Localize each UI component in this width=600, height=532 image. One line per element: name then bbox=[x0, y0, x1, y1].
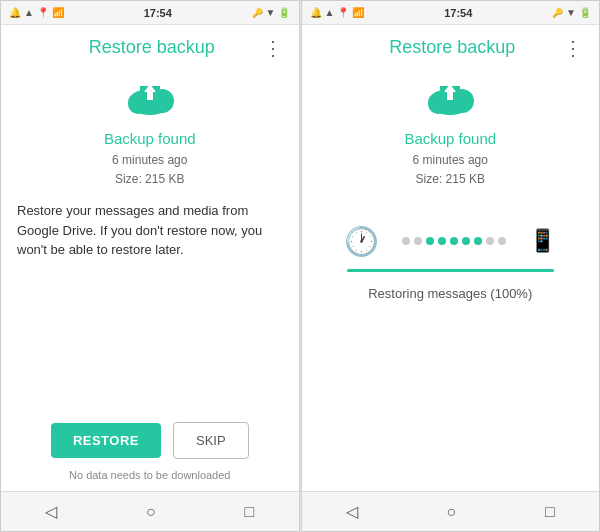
left-back-button[interactable]: ◁ bbox=[33, 496, 69, 527]
location-icon: 📍 bbox=[37, 7, 49, 18]
left-status-icons-right: 🔑 ▼ 🔋 bbox=[252, 7, 291, 18]
left-status-icons-left: 🔔 ▲ 📍 📶 bbox=[9, 7, 64, 18]
history-icon: 🕐 bbox=[344, 225, 379, 258]
left-no-download: No data needs to be downloaded bbox=[69, 469, 230, 481]
right-app-header: Restore backup ⋮ bbox=[302, 25, 600, 66]
wifi-signal-icon-r: ▼ bbox=[566, 7, 576, 18]
phone-device-icon: 📱 bbox=[529, 228, 556, 254]
signal-icon: 📶 bbox=[52, 7, 64, 18]
left-home-button[interactable]: ○ bbox=[134, 497, 168, 527]
right-status-icons-left: 🔔 ▲ 📍 📶 bbox=[310, 7, 365, 18]
progress-dot-5 bbox=[462, 237, 470, 245]
progress-dot-6 bbox=[474, 237, 482, 245]
right-status-icons-right: 🔑 ▼ 🔋 bbox=[552, 7, 591, 18]
right-status-bar: 🔔 ▲ 📍 📶 17:54 🔑 ▼ 🔋 bbox=[302, 1, 600, 25]
right-backup-found: Backup found bbox=[404, 130, 496, 147]
left-status-bar: 🔔 ▲ 📍 📶 17:54 🔑 ▼ 🔋 bbox=[1, 1, 299, 25]
right-backup-time: 6 minutes ago bbox=[413, 151, 488, 170]
left-bottom-nav: ◁ ○ □ bbox=[1, 491, 299, 531]
notification-icon: 🔔 bbox=[9, 7, 21, 18]
restoring-text: Restoring messages (100%) bbox=[368, 286, 532, 301]
progress-dot-1 bbox=[414, 237, 422, 245]
progress-bar-fill bbox=[347, 269, 554, 272]
location-icon-r: 📍 bbox=[337, 7, 349, 18]
progress-dot-3 bbox=[438, 237, 446, 245]
svg-point-6 bbox=[428, 94, 448, 114]
progress-track: 🕐 📱 bbox=[344, 221, 556, 261]
progress-area: 🕐 📱 Restoring messages (100%) bbox=[318, 221, 584, 301]
left-phone: 🔔 ▲ 📍 📶 17:54 🔑 ▼ 🔋 Restore backup ⋮ bbox=[0, 0, 300, 532]
right-back-button[interactable]: ◁ bbox=[334, 496, 370, 527]
progress-dots bbox=[379, 237, 529, 245]
left-status-time: 17:54 bbox=[144, 7, 172, 19]
progress-dot-0 bbox=[402, 237, 410, 245]
battery-icon-r: 🔋 bbox=[579, 7, 591, 18]
left-backup-meta: 6 minutes ago Size: 215 KB bbox=[112, 151, 187, 189]
right-backup-size: Size: 215 KB bbox=[413, 170, 488, 189]
lock-icon: 🔑 bbox=[252, 8, 263, 18]
right-content: Backup found 6 minutes ago Size: 215 KB … bbox=[302, 66, 600, 491]
left-content: Backup found 6 minutes ago Size: 215 KB … bbox=[1, 66, 299, 491]
left-backup-size: Size: 215 KB bbox=[112, 170, 187, 189]
right-phone: 🔔 ▲ 📍 📶 17:54 🔑 ▼ 🔋 Restore backup ⋮ bbox=[301, 0, 601, 532]
battery-icon: 🔋 bbox=[278, 7, 290, 18]
restore-button[interactable]: RESTORE bbox=[51, 423, 161, 458]
right-menu-button[interactable]: ⋮ bbox=[563, 38, 583, 58]
cloud-upload-icon-r bbox=[422, 76, 478, 118]
progress-bar bbox=[347, 269, 554, 272]
left-app-header: Restore backup ⋮ bbox=[1, 25, 299, 66]
signal-icon-r: 📶 bbox=[352, 7, 364, 18]
cloud-upload-icon bbox=[122, 76, 178, 118]
progress-dot-8 bbox=[498, 237, 506, 245]
right-bottom-nav: ◁ ○ □ bbox=[302, 491, 600, 531]
left-backup-time: 6 minutes ago bbox=[112, 151, 187, 170]
right-app-title: Restore backup bbox=[342, 37, 564, 58]
wifi-signal-icon: ▼ bbox=[266, 7, 276, 18]
wifi-icon: ▲ bbox=[24, 7, 34, 18]
left-menu-button[interactable]: ⋮ bbox=[263, 38, 283, 58]
right-backup-meta: 6 minutes ago Size: 215 KB bbox=[413, 151, 488, 189]
progress-dot-7 bbox=[486, 237, 494, 245]
right-status-time: 17:54 bbox=[444, 7, 472, 19]
skip-button[interactable]: SKIP bbox=[173, 422, 249, 459]
right-cloud-icon bbox=[422, 76, 478, 122]
left-recent-button[interactable]: □ bbox=[232, 497, 266, 527]
left-backup-found: Backup found bbox=[104, 130, 196, 147]
left-cloud-icon bbox=[122, 76, 178, 122]
wifi-icon-r: ▲ bbox=[325, 7, 335, 18]
svg-point-1 bbox=[128, 94, 148, 114]
progress-dot-4 bbox=[450, 237, 458, 245]
right-recent-button[interactable]: □ bbox=[533, 497, 567, 527]
lock-icon-r: 🔑 bbox=[552, 8, 563, 18]
left-buttons-row: RESTORE SKIP bbox=[51, 422, 249, 459]
progress-dot-2 bbox=[426, 237, 434, 245]
left-app-title: Restore backup bbox=[41, 37, 263, 58]
notification-icon-r: 🔔 bbox=[310, 7, 322, 18]
right-home-button[interactable]: ○ bbox=[435, 497, 469, 527]
left-description: Restore your messages and media from Goo… bbox=[17, 201, 283, 260]
